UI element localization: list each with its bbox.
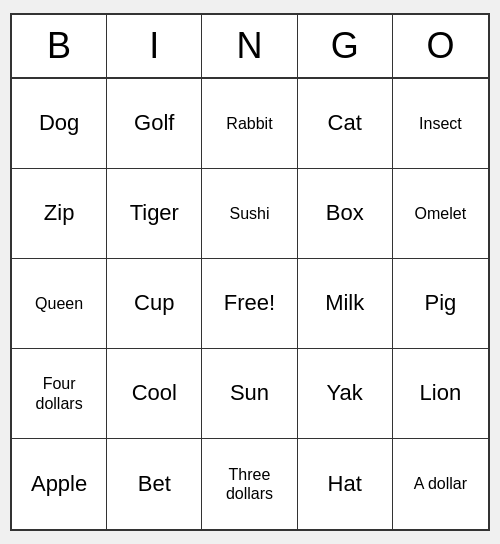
bingo-grid: DogGolfRabbitCatInsectZipTigerSushiBoxOm… xyxy=(12,79,488,529)
cell-r2-c1: Cup xyxy=(107,259,202,349)
cell-r4-c1: Bet xyxy=(107,439,202,529)
cell-text-r0-c0: Dog xyxy=(39,110,79,136)
cell-text-r1-c0: Zip xyxy=(44,200,75,226)
cell-text-r3-c0: Four dollars xyxy=(18,374,100,412)
cell-r1-c0: Zip xyxy=(12,169,107,259)
cell-text-r0-c2: Rabbit xyxy=(226,114,272,133)
cell-r1-c1: Tiger xyxy=(107,169,202,259)
cell-r2-c0: Queen xyxy=(12,259,107,349)
cell-r0-c0: Dog xyxy=(12,79,107,169)
cell-r4-c2: Three dollars xyxy=(202,439,297,529)
header-letter-G: G xyxy=(298,15,393,77)
bingo-card: BINGO DogGolfRabbitCatInsectZipTigerSush… xyxy=(10,13,490,531)
cell-text-r0-c3: Cat xyxy=(328,110,362,136)
cell-text-r2-c2: Free! xyxy=(224,290,275,316)
cell-text-r3-c2: Sun xyxy=(230,380,269,406)
header-letter-I: I xyxy=(107,15,202,77)
cell-r2-c3: Milk xyxy=(298,259,393,349)
cell-r4-c3: Hat xyxy=(298,439,393,529)
cell-r3-c1: Cool xyxy=(107,349,202,439)
header-letter-O: O xyxy=(393,15,488,77)
cell-text-r0-c4: Insect xyxy=(419,114,462,133)
cell-text-r2-c3: Milk xyxy=(325,290,364,316)
cell-text-r4-c3: Hat xyxy=(328,471,362,497)
header-letter-N: N xyxy=(202,15,297,77)
cell-r3-c0: Four dollars xyxy=(12,349,107,439)
cell-r1-c4: Omelet xyxy=(393,169,488,259)
cell-text-r1-c1: Tiger xyxy=(130,200,179,226)
cell-text-r1-c4: Omelet xyxy=(415,204,467,223)
cell-r0-c2: Rabbit xyxy=(202,79,297,169)
cell-text-r2-c0: Queen xyxy=(35,294,83,313)
cell-r1-c3: Box xyxy=(298,169,393,259)
header-letter-B: B xyxy=(12,15,107,77)
bingo-header: BINGO xyxy=(12,15,488,79)
cell-r3-c3: Yak xyxy=(298,349,393,439)
cell-r1-c2: Sushi xyxy=(202,169,297,259)
cell-r3-c4: Lion xyxy=(393,349,488,439)
cell-r4-c4: A dollar xyxy=(393,439,488,529)
cell-r0-c3: Cat xyxy=(298,79,393,169)
cell-r4-c0: Apple xyxy=(12,439,107,529)
cell-text-r3-c4: Lion xyxy=(420,380,462,406)
cell-r0-c1: Golf xyxy=(107,79,202,169)
cell-text-r0-c1: Golf xyxy=(134,110,174,136)
cell-text-r3-c1: Cool xyxy=(132,380,177,406)
cell-text-r4-c0: Apple xyxy=(31,471,87,497)
cell-r0-c4: Insect xyxy=(393,79,488,169)
cell-text-r3-c3: Yak xyxy=(327,380,363,406)
cell-text-r4-c4: A dollar xyxy=(414,474,467,493)
cell-text-r1-c3: Box xyxy=(326,200,364,226)
cell-r3-c2: Sun xyxy=(202,349,297,439)
cell-text-r2-c4: Pig xyxy=(424,290,456,316)
cell-text-r1-c2: Sushi xyxy=(229,204,269,223)
cell-text-r4-c1: Bet xyxy=(138,471,171,497)
cell-text-r4-c2: Three dollars xyxy=(208,465,290,503)
cell-r2-c4: Pig xyxy=(393,259,488,349)
cell-text-r2-c1: Cup xyxy=(134,290,174,316)
cell-r2-c2: Free! xyxy=(202,259,297,349)
